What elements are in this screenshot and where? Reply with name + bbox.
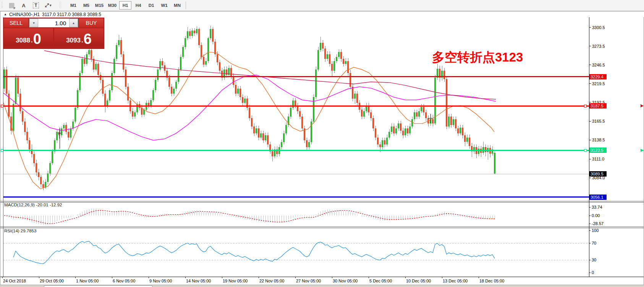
rsi-axis-label: 30 <box>592 258 596 262</box>
macd-header: MACD(12,26,9) -20.01 -12.92 <box>4 203 62 207</box>
time-tick-label: 18 Dec 05:00 <box>479 279 504 283</box>
chart-window: ▲ CHINA300-,H1 3117.0 3117.0 3088.8 3089… <box>0 11 644 287</box>
time-tick-label: 14 Nov 05:00 <box>186 279 211 283</box>
time-tick-label: 19 Nov 05:00 <box>223 279 248 283</box>
price-tick-label: 3165.5 <box>592 119 605 123</box>
panel-frames <box>0 17 644 277</box>
time-tick-label: 30 Nov 05:00 <box>333 279 358 283</box>
time-tick-label: 5 Dec 05:00 <box>369 279 392 283</box>
volume-input[interactable] <box>38 19 69 27</box>
toolbar-drag-grip[interactable] <box>1 2 3 9</box>
price-axis: 3300.53273.53246.53219.53192.53165.53138… <box>589 25 607 275</box>
status-strip <box>0 285 644 287</box>
timeframe-button-m15[interactable]: M15 <box>93 1 105 10</box>
price-line-label: 3056.1 <box>591 195 604 199</box>
time-tick-label: 22 Nov 05:00 <box>259 279 284 283</box>
volume-up-button[interactable]: ▲ <box>69 19 78 27</box>
price-line-label: 3123.5 <box>591 148 604 152</box>
shapes-tool-icon[interactable]: ⤢ ▾ <box>44 1 53 10</box>
macd-panel: MACD(12,26,9) -20.01 -12.92 <box>4 203 495 225</box>
sell-button[interactable]: SELL <box>4 18 28 28</box>
crosshair-grid-icon[interactable]: F <box>7 1 16 10</box>
time-tick-label: 24 Oct 2018 <box>3 279 26 283</box>
toolbar-separator <box>186 2 186 9</box>
time-axis: 24 Oct 201829 Oct 05:001 Nov 05:006 Nov … <box>2 277 504 283</box>
timeframe-button-m1[interactable]: M1 <box>67 1 79 10</box>
timeframe-button-h1[interactable]: H1 <box>119 1 131 10</box>
annotation-text: 多空转折点3123 <box>432 50 523 64</box>
macd-axis-label: 33.74 <box>592 205 602 209</box>
macd-axis-label: -28.57 <box>592 221 604 226</box>
one-click-trade-panel: SELL ▼ ▲ BUY 3088.0 3093.6 <box>3 18 104 49</box>
timeframe-button-w1[interactable]: W1 <box>158 1 170 10</box>
price-line-label: 3229.4 <box>591 75 604 79</box>
price-tick-label: 3273.5 <box>592 44 605 49</box>
timeframe-button-mn[interactable]: MN <box>171 1 183 10</box>
sell-price-display[interactable]: 3088.0 <box>4 28 53 46</box>
buy-button[interactable]: BUY <box>79 18 104 28</box>
rsi-axis-label: 70 <box>592 241 596 245</box>
price-tick-label: 3111.0 <box>592 157 604 161</box>
time-tick-label: 9 Nov 05:00 <box>149 279 172 283</box>
time-tick-label: 6 Nov 05:00 <box>113 279 135 283</box>
rsi-header: RSI(14) 29.7853 <box>4 229 36 233</box>
chart-tab[interactable] <box>44 285 152 287</box>
candles-layer <box>3 26 495 190</box>
price-tick-label: 3246.5 <box>592 63 605 67</box>
timeframe-button-d1[interactable]: D1 <box>145 1 157 10</box>
text-label-icon[interactable]: A <box>19 1 28 10</box>
timeframe-button-m5[interactable]: M5 <box>80 1 92 10</box>
time-tick-label: 27 Nov 05:00 <box>296 279 321 283</box>
timeframe-group: M1M5M15M30H1H4D1W1MN <box>67 1 184 10</box>
time-tick-label: 1 Nov 05:00 <box>76 279 99 283</box>
price-tick-label: 3300.5 <box>592 25 605 30</box>
toolbar: F A T ⤢ ▾ M1M5M15M30H1H4D1W1MN <box>0 0 644 11</box>
buy-price-display[interactable]: 3093.6 <box>54 28 104 46</box>
rsi-axis-label: 0 <box>592 270 594 275</box>
timeframe-button-m30[interactable]: M30 <box>106 1 118 10</box>
text-box-icon[interactable]: T <box>31 1 40 10</box>
timeframe-button-h4[interactable]: H4 <box>132 1 144 10</box>
time-tick-label: 29 Oct 05:00 <box>40 279 64 283</box>
time-tick-label: 13 Dec 05:00 <box>443 279 468 283</box>
timeframe-drag-grip[interactable] <box>60 2 61 9</box>
price-tick-label: 3138.5 <box>592 138 605 142</box>
shapes-dropdown-caret[interactable]: ▾ <box>50 3 52 7</box>
ma-fast-orange <box>3 52 494 189</box>
price-chart-canvas[interactable]: 多空转折点3123MACD(12,26,9) -20.01 -12.92RSI(… <box>0 11 644 287</box>
annotation-layer: 多空转折点3123 <box>432 50 523 64</box>
horizontal-lines-layer <box>1 77 644 197</box>
rsi-axis-label: 100 <box>592 228 599 233</box>
rsi-panel: RSI(14) 29.7853 <box>3 229 589 264</box>
price-tick-label: 3219.5 <box>592 81 605 86</box>
price-line-label: 3187.5 <box>591 104 604 108</box>
price-line-label: 3089.5 <box>591 172 604 176</box>
rsi-line <box>13 241 495 264</box>
volume-stepper: ▼ ▲ <box>29 18 78 28</box>
time-tick-label: 10 Dec 05:00 <box>406 279 431 283</box>
macd-axis-label: 0.00 <box>592 213 600 218</box>
trading-terminal: F A T ⤢ ▾ M1M5M15M30H1H4D1W1MN ▲ CHINA30… <box>0 0 644 287</box>
volume-down-button[interactable]: ▼ <box>29 19 38 27</box>
